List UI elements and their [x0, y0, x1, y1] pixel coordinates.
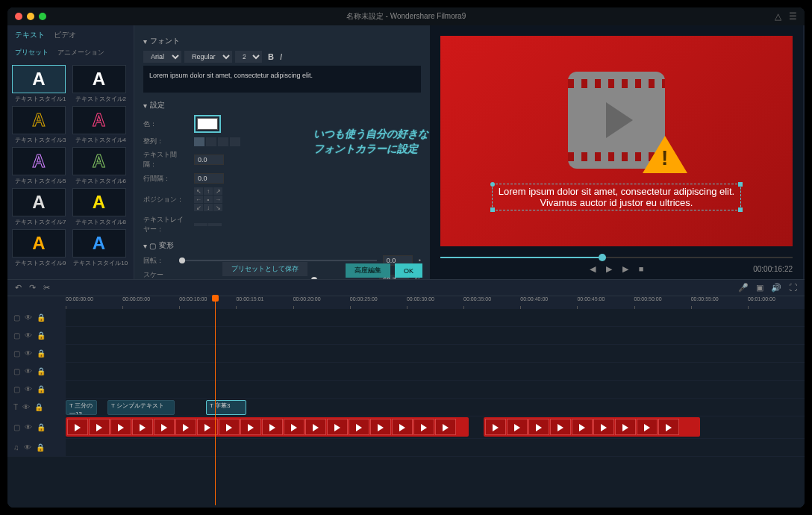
- user-icon[interactable]: △: [775, 11, 781, 22]
- sample-text-input[interactable]: Lorem ipsum dolor sit amet, consectetur …: [143, 66, 421, 93]
- color-picker[interactable]: [197, 118, 218, 130]
- maximize-button[interactable]: [39, 13, 46, 20]
- text-style-8[interactable]: Aテキストスタイル8: [72, 188, 130, 226]
- video-clip-2[interactable]: [484, 417, 700, 437]
- rotation-label: 回転：: [143, 256, 173, 266]
- annotation-overlay: いつも使う自分の好きな フォントカラーに設定: [313, 127, 428, 156]
- crop-icon[interactable]: ▣: [756, 283, 763, 293]
- titlebar: 名称未設定 - Wondershare Filmora9 △ ☰: [7, 7, 805, 25]
- styles-panel: テキスト ビデオ プリセット アニメーション Aテキストスタイル1Aテキストスタ…: [7, 25, 134, 279]
- close-button[interactable]: [15, 13, 22, 20]
- tab-video[interactable]: ビデオ: [54, 30, 76, 40]
- ruler-tick: 00:00:10:00: [179, 296, 236, 309]
- track-head-audio[interactable]: ♫👁🔒: [7, 439, 66, 456]
- text-style-1[interactable]: Aテキストスタイル1: [12, 65, 69, 103]
- mic-icon[interactable]: 🎤: [738, 283, 749, 293]
- next-button[interactable]: ▶: [622, 264, 628, 274]
- text-style-6[interactable]: Aテキストスタイル6: [72, 147, 130, 185]
- ruler-tick: 00:00:20:00: [293, 296, 350, 309]
- advanced-button[interactable]: 高度編集: [346, 263, 390, 278]
- timeline-toolbar: ↶ ↷ ✂ 🎤 ▣ 🔊 ⛶: [7, 279, 805, 296]
- redo-button[interactable]: ↷: [29, 283, 36, 293]
- ruler-tick: 00:00:25:00: [350, 296, 407, 309]
- ruler-tick: 00:00:35:00: [463, 296, 520, 309]
- text-style-2[interactable]: Aテキストスタイル2: [72, 65, 130, 103]
- subtab-animation[interactable]: アニメーション: [57, 48, 104, 57]
- align-justify-button[interactable]: [230, 137, 240, 146]
- play-button[interactable]: ▶: [606, 264, 612, 274]
- preview-panel: Lorem ipsum dolor sit amet, consectetur …: [430, 25, 803, 279]
- section-settings[interactable]: ▾ 設定: [143, 100, 421, 110]
- stop-button[interactable]: ■: [639, 264, 644, 273]
- track-head-text[interactable]: T👁🔒: [7, 399, 66, 416]
- textlayer-thumbs[interactable]: [194, 223, 222, 226]
- font-weight-select[interactable]: Regular: [184, 51, 232, 63]
- color-label: 色：: [143, 119, 188, 129]
- ruler-tick: 00:00:30:00: [407, 296, 463, 309]
- ruler-tick: 00:01:00:00: [748, 296, 805, 309]
- fullscreen-icon[interactable]: ⛶: [789, 283, 797, 293]
- textlayer-label: テキストレイヤー：: [143, 215, 188, 234]
- text-style-9[interactable]: Aテキストスタイル9: [12, 229, 69, 267]
- font-family-select[interactable]: Arial: [143, 51, 181, 63]
- ok-button[interactable]: OK: [395, 263, 422, 278]
- section-transform[interactable]: ▾ ▢ 変形: [143, 240, 421, 251]
- properties-panel: ▾ フォント Arial Regular 24 B I Lorem ipsum …: [134, 25, 430, 279]
- align-center-button[interactable]: [206, 137, 216, 146]
- minimize-button[interactable]: [27, 13, 34, 20]
- text-style-5[interactable]: Aテキストスタイル5: [12, 147, 69, 185]
- timecode-display: 00:00:16:22: [753, 265, 793, 273]
- preview-viewport[interactable]: Lorem ipsum dolor sit amet, consectetur …: [440, 36, 793, 246]
- ruler-tick: 00:00:45:00: [577, 296, 634, 309]
- bold-button[interactable]: B: [268, 52, 274, 61]
- align-right-button[interactable]: [218, 137, 228, 146]
- track-head-video[interactable]: ▢👁🔒: [7, 416, 66, 438]
- text-style-7[interactable]: Aテキストスタイル7: [12, 188, 69, 226]
- track-head-2[interactable]: ▢👁🔒: [7, 327, 66, 344]
- ruler-tick: 00:00:00:00: [66, 296, 122, 309]
- italic-button[interactable]: I: [280, 52, 282, 61]
- window-title: 名称未設定 - Wondershare Filmora9: [346, 11, 466, 22]
- preview-text-box[interactable]: Lorem ipsum dolor sit amet, consectetur …: [492, 184, 741, 210]
- video-clip-1[interactable]: [66, 417, 469, 437]
- lineheight-input[interactable]: [194, 173, 224, 184]
- section-font[interactable]: ▾ フォント: [143, 36, 421, 46]
- text-style-10[interactable]: Aテキストスタイル10: [72, 229, 130, 267]
- ruler-tick: 00:00:15:01: [236, 296, 293, 309]
- ruler-tick: 00:00:05:00: [122, 296, 179, 309]
- ruler-tick: 00:00:50:00: [634, 296, 691, 309]
- position-pad[interactable]: ↖↑↗ ←•→ ↙↓↘: [194, 187, 222, 211]
- track-head-1[interactable]: ▢👁🔒: [7, 309, 66, 326]
- warning-icon: [643, 136, 687, 176]
- volume-icon[interactable]: 🔊: [771, 283, 781, 293]
- save-preset-button[interactable]: プリセットとして保存: [222, 262, 307, 276]
- color-swatch-highlight: [194, 115, 221, 133]
- text-clip-1[interactable]: T 三分の一13: [66, 400, 97, 415]
- playhead[interactable]: [215, 296, 216, 505]
- lineheight-label: 行間隔：: [143, 174, 188, 184]
- ruler-tick: 00:00:40:00: [520, 296, 577, 309]
- spacing-label: テキスト間隔：: [143, 150, 188, 169]
- prev-button[interactable]: ◀: [590, 264, 596, 274]
- settings-icon[interactable]: ☰: [789, 11, 797, 22]
- undo-button[interactable]: ↶: [15, 283, 22, 293]
- spacing-input[interactable]: [194, 154, 224, 165]
- ruler-tick: 00:00:55:00: [691, 296, 748, 309]
- timeline-ruler[interactable]: 00:00:00:0000:00:05:0000:00:10:0000:00:1…: [7, 296, 805, 309]
- text-clip-3-selected[interactable]: T 字幕3: [206, 400, 246, 415]
- timeline: ▢👁🔒 ▢👁🔒 ▢👁🔒 ▢👁🔒 ▢👁🔒 T👁🔒 T 三分の一13 T シンプルテ…: [7, 309, 805, 508]
- tab-text[interactable]: テキスト: [15, 30, 45, 40]
- track-head-3[interactable]: ▢👁🔒: [7, 345, 66, 362]
- position-label: ポジション：: [143, 195, 188, 205]
- subtab-preset[interactable]: プリセット: [15, 48, 49, 57]
- track-head-4[interactable]: ▢👁🔒: [7, 363, 66, 380]
- rotation-slider[interactable]: [179, 260, 377, 261]
- text-style-4[interactable]: Aテキストスタイル4: [72, 106, 130, 144]
- align-label: 整列：: [143, 137, 188, 146]
- track-head-5[interactable]: ▢👁🔒: [7, 381, 66, 398]
- text-clip-2[interactable]: T シンプルテキスト: [107, 400, 175, 415]
- cut-button[interactable]: ✂: [43, 283, 50, 293]
- text-style-3[interactable]: Aテキストスタイル3: [12, 106, 69, 144]
- font-size-select[interactable]: 24: [235, 51, 262, 63]
- align-left-button[interactable]: [194, 137, 204, 146]
